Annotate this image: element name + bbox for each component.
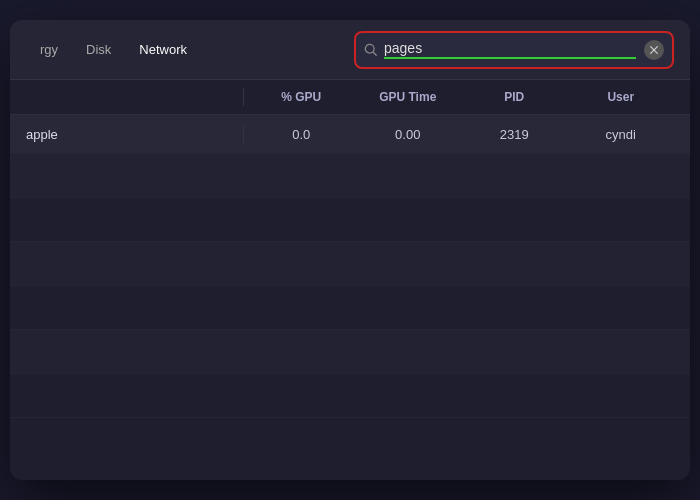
search-clear-button[interactable]	[644, 40, 664, 60]
cell-gpu-pct: 0.0	[248, 127, 355, 142]
search-icon	[364, 43, 378, 57]
cell-user: cyndi	[568, 127, 675, 142]
search-underline	[384, 57, 636, 59]
empty-row-6	[10, 374, 690, 418]
tab-network[interactable]: Network	[125, 36, 201, 63]
tab-group: rgy Disk Network	[26, 36, 201, 63]
search-input-container	[384, 40, 636, 59]
empty-row-4	[10, 286, 690, 330]
search-box	[354, 31, 674, 69]
col-divider-1	[243, 88, 244, 106]
table-header: % GPU GPU Time PID User	[10, 80, 690, 115]
col-header-user[interactable]: User	[568, 90, 675, 104]
empty-row-2	[10, 198, 690, 242]
table-body: apple 0.0 0.00 2319 cyndi	[10, 115, 690, 480]
search-input[interactable]	[384, 40, 636, 56]
tab-energy[interactable]: rgy	[26, 36, 72, 63]
empty-row-5	[10, 330, 690, 374]
activity-monitor-window: rgy Disk Network	[10, 20, 690, 480]
empty-row-3	[10, 242, 690, 286]
search-area	[354, 31, 674, 69]
svg-line-1	[373, 52, 376, 55]
col-divider-row	[243, 125, 244, 143]
cell-gpu-time: 0.00	[355, 127, 462, 142]
col-header-pid[interactable]: PID	[461, 90, 568, 104]
cell-name: apple	[26, 127, 239, 142]
cell-pid: 2319	[461, 127, 568, 142]
col-header-gpu-time[interactable]: GPU Time	[355, 90, 462, 104]
toolbar: rgy Disk Network	[10, 20, 690, 80]
empty-row-1	[10, 154, 690, 198]
table-row[interactable]: apple 0.0 0.00 2319 cyndi	[10, 115, 690, 154]
col-header-gpu-pct[interactable]: % GPU	[248, 90, 355, 104]
tab-disk[interactable]: Disk	[72, 36, 125, 63]
